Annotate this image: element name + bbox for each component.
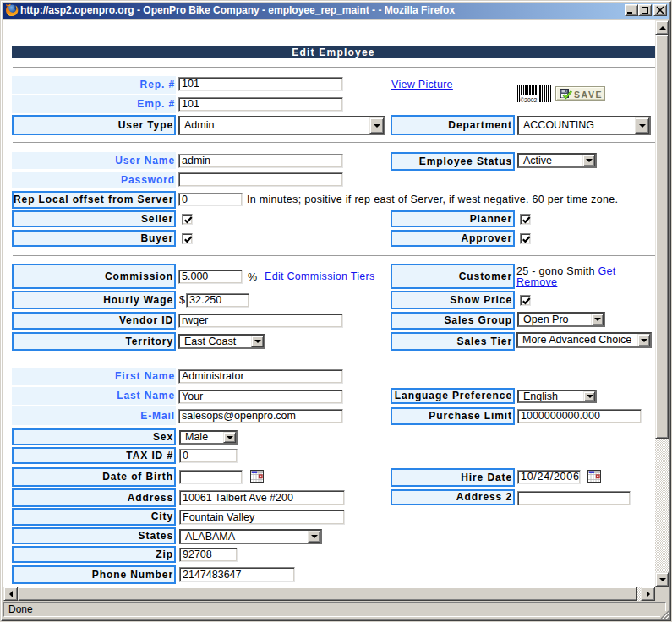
svg-text:©2002: ©2002 — [520, 96, 537, 102]
